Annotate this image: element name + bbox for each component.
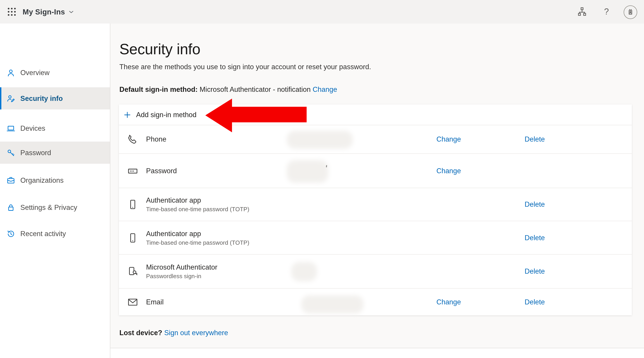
sidebar-item-label: Security info [20,94,63,102]
lock-icon [6,203,16,212]
page-title: Security info [120,41,200,58]
lost-device-label: Lost device? [120,329,162,336]
phone-delete-link[interactable]: Delete [524,135,545,144]
briefcase-icon [6,176,16,185]
sidebar-item-label: Overview [20,68,50,77]
method-secondary: Time-based one-time password (TOTP) [146,239,250,246]
method-name: Authenticator app [146,230,250,238]
method-row-email: Email Change Delete [119,288,632,315]
sign-out-everywhere-link[interactable]: Sign out everywhere [164,329,228,336]
person-key-icon [6,94,16,103]
default-method-label: Default sign-in method: [120,86,198,93]
key-icon [6,148,16,157]
sidebar: Overview Security info Devices [0,24,110,358]
method-row-microsoft-authenticator: Microsoft Authenticator Passwordless sig… [119,254,632,288]
method-name: Password [146,167,177,175]
password-field-icon [127,165,138,176]
sidebar-item-settings-privacy[interactable]: Settings & Privacy [0,196,110,218]
sidebar-item-organizations[interactable]: Organizations [0,169,110,191]
app-launcher-waffle-icon[interactable] [7,7,17,17]
top-bar: My Sign-Ins ? [0,0,644,24]
default-method-change-link[interactable]: Change [312,86,337,93]
organizations-icon[interactable] [574,0,590,24]
sidebar-item-overview[interactable]: Overview [0,62,110,84]
sidebar-item-security-info[interactable]: Security info [0,87,110,110]
add-sign-in-method-label: Add sign-in method [136,110,196,119]
method-row-authenticator-totp-2: Authenticator app Time-based one-time pa… [119,221,632,254]
sidebar-item-label: Password [20,148,51,157]
authenticator-totp-1-delete-link[interactable]: Delete [524,200,545,208]
add-sign-in-method-button[interactable]: Add sign-in method [119,104,632,125]
phone-change-link[interactable]: Change [436,135,461,144]
chevron-down-icon [68,9,74,15]
method-name: Phone [146,135,166,144]
sidebar-item-devices[interactable]: Devices [0,117,110,139]
smartphone-icon [127,232,138,243]
redacted-password-value [287,160,328,183]
password-change-link[interactable]: Change [436,167,461,175]
method-name: Microsoft Authenticator [146,263,217,272]
lost-device-line: Lost device? Sign out everywhere [120,329,228,337]
method-name: Authenticator app [146,196,250,204]
app-title: My Sign-Ins [22,8,65,16]
method-row-phone: Phone Change Delete [119,125,632,153]
my-signins-app: My Sign-Ins ? [0,0,644,358]
sidebar-item-label: Recent activity [20,230,66,238]
redacted-device-name [291,262,317,281]
envelope-icon [127,296,138,308]
sidebar-item-label: Settings & Privacy [20,203,77,212]
sidebar-item-label: Organizations [20,176,64,184]
default-sign-in-method-line: Default sign-in method: Microsoft Authen… [120,86,337,94]
question-mark-glyph: ? [604,7,609,17]
page-description: These are the methods you use to sign in… [120,63,371,71]
authenticator-phone-key-icon [127,266,138,277]
method-row-authenticator-totp-1: Authenticator app Time-based one-time pa… [119,188,632,221]
email-delete-link[interactable]: Delete [524,298,545,306]
method-secondary: Time-based one-time password (TOTP) [146,206,250,212]
redacted-phone-number [287,131,353,149]
sign-in-methods-card: Add sign-in method Phone Change Delete [119,104,632,315]
plus-icon [123,110,132,119]
person-icon [6,68,16,77]
redacted-email-address [301,295,364,314]
sidebar-item-recent-activity[interactable]: Recent activity [0,222,110,245]
app-title-dropdown[interactable]: My Sign-Ins [22,0,74,24]
method-row-password: Password Change [119,153,632,188]
id-badge-icon [626,8,635,17]
default-method-value: Microsoft Authenticator - notification [198,86,312,93]
method-secondary: Passwordless sign-in [146,273,217,280]
smartphone-icon [127,199,138,210]
account-avatar[interactable] [624,6,637,19]
method-name: Email [146,298,164,306]
authenticator-totp-2-delete-link[interactable]: Delete [524,234,545,242]
microsoft-authenticator-delete-link[interactable]: Delete [524,267,545,276]
sidebar-item-label: Devices [20,124,45,132]
email-change-link[interactable]: Change [436,298,461,306]
history-clock-icon [6,229,16,238]
phone-handset-icon [127,134,138,145]
help-icon[interactable]: ? [598,0,614,24]
sidebar-item-password[interactable]: Password [0,142,110,164]
laptop-icon [6,124,16,133]
